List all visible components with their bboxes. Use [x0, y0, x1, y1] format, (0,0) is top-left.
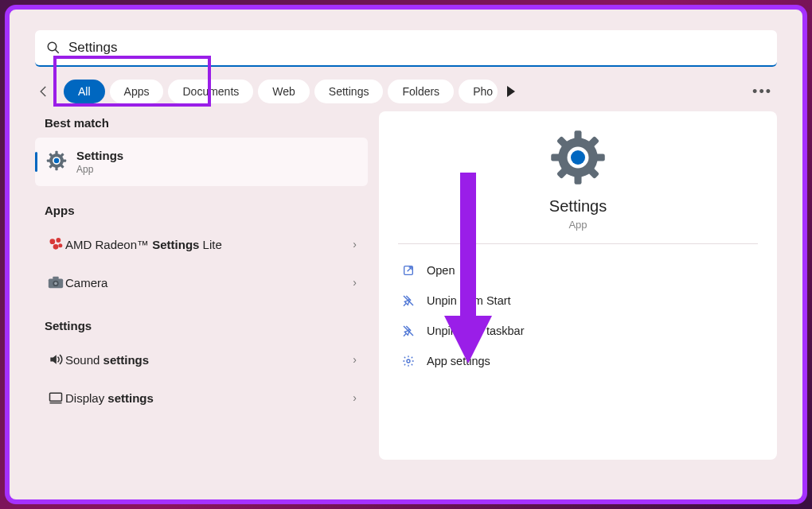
filter-folders[interactable]: Folders	[388, 80, 454, 103]
gear-icon	[46, 150, 67, 174]
search-icon	[46, 41, 61, 55]
filter-photos[interactable]: Pho	[459, 80, 498, 103]
more-options[interactable]: •••	[748, 84, 777, 100]
section-settings: Settings	[45, 319, 368, 332]
svg-point-27	[407, 359, 410, 363]
action-unpin-taskbar[interactable]: Unpin from taskbar	[398, 317, 758, 344]
detail-panel: Settings App Open Unpin from Start Unpin…	[379, 111, 777, 460]
result-sound-settings[interactable]: Sound settings ›	[35, 340, 368, 379]
back-button[interactable]	[35, 83, 53, 100]
result-camera[interactable]: Camera ›	[35, 263, 368, 301]
filter-bar: All Apps Documents Web Settings Folders …	[35, 80, 777, 103]
amd-icon	[46, 235, 65, 254]
search-box[interactable]	[35, 30, 777, 67]
filter-documents[interactable]: Documents	[168, 80, 253, 103]
camera-icon	[46, 273, 65, 292]
filter-web[interactable]: Web	[258, 80, 310, 103]
best-match-result[interactable]: Settings App	[35, 138, 368, 186]
section-best-match: Best match	[45, 116, 368, 130]
result-display-settings[interactable]: Display settings ›	[35, 379, 368, 417]
svg-point-12	[48, 42, 57, 51]
chevron-right-icon: ›	[353, 391, 357, 404]
result-label: Camera	[65, 276, 107, 289]
action-unpin-start[interactable]: Unpin from Start	[398, 287, 758, 314]
detail-subtitle: App	[568, 219, 587, 231]
chevron-right-icon: ›	[353, 276, 357, 289]
svg-line-13	[55, 49, 59, 53]
action-label: Open	[427, 264, 455, 277]
chevron-right-icon: ›	[353, 353, 357, 366]
best-match-subtitle: App	[76, 164, 123, 175]
unpin-icon	[401, 324, 416, 338]
result-amd-settings[interactable]: AMD Radeon™ Settings Lite ›	[35, 225, 368, 263]
gear-icon	[401, 354, 416, 368]
result-label: AMD Radeon™ Settings Lite	[65, 238, 222, 251]
gear-icon	[549, 129, 607, 186]
detail-title: Settings	[549, 197, 607, 216]
result-label: Sound settings	[65, 353, 149, 367]
start-search-panel: All Apps Documents Web Settings Folders …	[5, 5, 807, 504]
action-app-settings[interactable]: App settings	[398, 348, 758, 375]
svg-rect-22	[50, 393, 62, 401]
results-column: Best match Settings App Apps AMD Radeon™…	[35, 110, 368, 460]
result-label: Display settings	[65, 391, 154, 405]
action-label: Unpin from taskbar	[427, 324, 525, 337]
action-label: Unpin from Start	[427, 294, 511, 307]
open-icon	[401, 263, 416, 278]
unpin-icon	[401, 293, 416, 308]
svg-point-16	[53, 244, 59, 250]
filter-all[interactable]: All	[64, 80, 105, 103]
chevron-right-icon: ›	[353, 238, 357, 251]
sound-icon	[46, 350, 65, 369]
filter-apps[interactable]: Apps	[110, 80, 164, 103]
filter-scroll-right[interactable]	[507, 86, 515, 97]
svg-point-17	[58, 243, 62, 247]
display-icon	[46, 388, 65, 407]
section-apps: Apps	[45, 204, 368, 217]
filter-settings[interactable]: Settings	[314, 80, 384, 103]
search-input[interactable]	[67, 39, 766, 56]
action-open[interactable]: Open	[398, 257, 758, 284]
svg-point-15	[56, 238, 61, 243]
svg-point-14	[50, 239, 56, 244]
svg-rect-19	[53, 277, 58, 280]
svg-point-21	[54, 282, 57, 286]
action-label: App settings	[427, 355, 490, 367]
best-match-title: Settings	[76, 149, 123, 162]
